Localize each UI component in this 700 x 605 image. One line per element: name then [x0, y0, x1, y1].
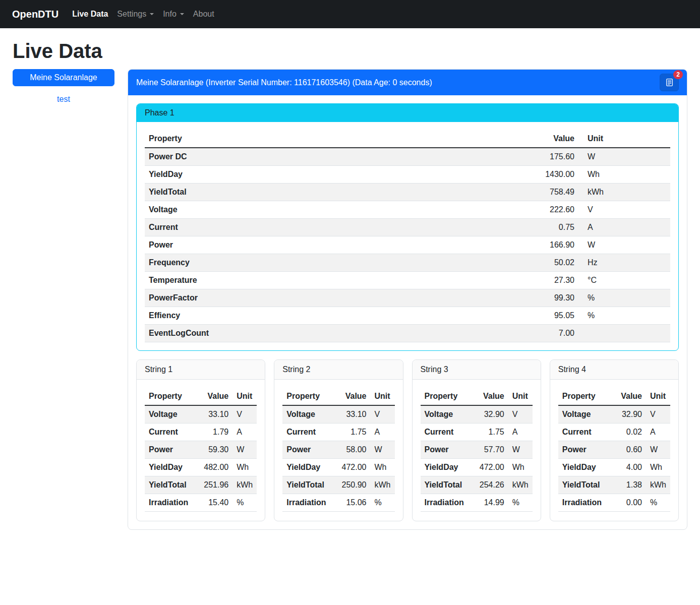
unit-cell: V: [578, 201, 670, 219]
table-row: YieldTotal 250.90 kWh: [282, 476, 394, 494]
property-cell: Voltage: [558, 405, 614, 424]
unit-cell: °C: [578, 272, 670, 289]
property-cell: Voltage: [145, 201, 522, 219]
table-row: EventLogCount 7.00: [145, 325, 670, 342]
property-cell: Current: [558, 424, 614, 441]
column-header-property: Property: [145, 388, 200, 405]
table-row: Voltage 33.10 V: [282, 405, 394, 424]
table-row: Voltage 33.10 V: [145, 405, 257, 424]
brand-logo[interactable]: OpenDTU: [12, 9, 59, 20]
value-cell: 59.30: [200, 441, 232, 459]
table-row: Current 0.75 A: [145, 219, 670, 236]
unit-cell: W: [646, 441, 670, 459]
value-cell: 758.49: [522, 184, 578, 201]
table-header-row: Property Value Unit: [145, 130, 670, 148]
inverter-select-link-test[interactable]: test: [13, 95, 114, 104]
string-2-header: String 2: [274, 360, 402, 380]
phase-1-card: Phase 1 Property Value Unit: [136, 103, 679, 351]
value-cell: 57.70: [476, 441, 508, 459]
unit-cell: %: [578, 289, 670, 307]
table-header-row: Property Value Unit: [558, 388, 670, 405]
table-row: PowerFactor 99.30 %: [145, 289, 670, 307]
property-cell: Effiency: [145, 307, 522, 325]
value-cell: 0.75: [522, 219, 578, 236]
column-header-value: Value: [614, 388, 646, 405]
unit-cell: Wh: [232, 459, 257, 476]
table-row: Current 0.02 A: [558, 424, 670, 441]
column-header-unit: Unit: [508, 388, 533, 405]
property-cell: Power: [282, 441, 337, 459]
journal-text-icon: [665, 78, 674, 87]
event-log-button[interactable]: 2: [660, 74, 679, 91]
phase-1-header: Phase 1: [137, 104, 678, 122]
property-cell: PowerFactor: [145, 289, 522, 307]
property-cell: Power: [558, 441, 614, 459]
column-header-unit: Unit: [232, 388, 257, 405]
column-header-unit: Unit: [578, 130, 670, 148]
table-row: Irradiation 0.00 %: [558, 494, 670, 512]
unit-cell: %: [232, 494, 257, 512]
nav-item-live-data[interactable]: Live Data: [68, 6, 112, 23]
column-header-value: Value: [338, 388, 371, 405]
value-cell: 1.79: [200, 424, 232, 441]
property-cell: Irradiation: [145, 494, 200, 512]
column-header-unit: Unit: [371, 388, 395, 405]
table-row: Current 1.75 A: [282, 424, 394, 441]
nav-item-settings[interactable]: Settings: [112, 6, 158, 23]
nav-item-about[interactable]: About: [189, 6, 219, 23]
property-cell: YieldTotal: [421, 476, 476, 494]
property-cell: Current: [282, 424, 337, 441]
property-cell: YieldDay: [145, 459, 200, 476]
unit-cell: W: [371, 441, 395, 459]
value-cell: 7.00: [522, 325, 578, 342]
nav-item-info-label: Info: [163, 10, 177, 19]
property-cell: Power: [145, 441, 200, 459]
unit-cell: [578, 325, 670, 342]
unit-cell: W: [578, 148, 670, 166]
unit-cell: V: [371, 405, 395, 424]
value-cell: 27.30: [522, 272, 578, 289]
table-row: Irradiation 14.99 %: [421, 494, 533, 512]
string-1-table: Property Value Unit Voltage 33.1: [145, 388, 257, 512]
table-row: YieldDay 472.00 Wh: [421, 459, 533, 476]
nav-item-info[interactable]: Info: [158, 6, 189, 23]
unit-cell: kWh: [578, 184, 670, 201]
unit-cell: V: [646, 405, 670, 424]
value-cell: 15.06: [338, 494, 371, 512]
value-cell: 95.05: [522, 307, 578, 325]
inverter-select-button[interactable]: Meine Solaranlage: [13, 69, 114, 86]
table-row: Power 58.00 W: [282, 441, 394, 459]
value-cell: 58.00: [338, 441, 371, 459]
unit-cell: %: [578, 307, 670, 325]
unit-cell: kWh: [646, 476, 670, 494]
property-cell: YieldTotal: [145, 476, 200, 494]
table-header-row: Property Value Unit: [145, 388, 257, 405]
table-row: YieldTotal 254.26 kWh: [421, 476, 533, 494]
table-row: Effiency 95.05 %: [145, 307, 670, 325]
column-header-unit: Unit: [646, 388, 670, 405]
unit-cell: A: [371, 424, 395, 441]
value-cell: 175.60: [522, 148, 578, 166]
table-row: Power 57.70 W: [421, 441, 533, 459]
property-cell: YieldTotal: [282, 476, 337, 494]
string-3-table: Property Value Unit Voltage 32.9: [421, 388, 533, 512]
property-cell: Frequency: [145, 254, 522, 272]
value-cell: 472.00: [476, 459, 508, 476]
value-cell: 33.10: [338, 405, 371, 424]
string-4-table: Property Value Unit Voltage 32.9: [558, 388, 670, 512]
table-row: YieldDay 1430.00 Wh: [145, 166, 670, 184]
table-header-row: Property Value Unit: [421, 388, 533, 405]
table-row: YieldDay 4.00 Wh: [558, 459, 670, 476]
value-cell: 0.00: [614, 494, 646, 512]
unit-cell: %: [508, 494, 533, 512]
navbar: OpenDTU Live Data Settings Info About: [0, 0, 700, 28]
value-cell: 472.00: [338, 459, 371, 476]
property-cell: YieldDay: [145, 166, 522, 184]
property-cell: Power: [145, 236, 522, 254]
caret-down-icon: [150, 13, 154, 15]
unit-cell: Wh: [508, 459, 533, 476]
property-cell: Voltage: [282, 405, 337, 424]
table-row: Power 0.60 W: [558, 441, 670, 459]
string-1-header: String 1: [137, 360, 265, 380]
property-cell: YieldTotal: [145, 184, 522, 201]
